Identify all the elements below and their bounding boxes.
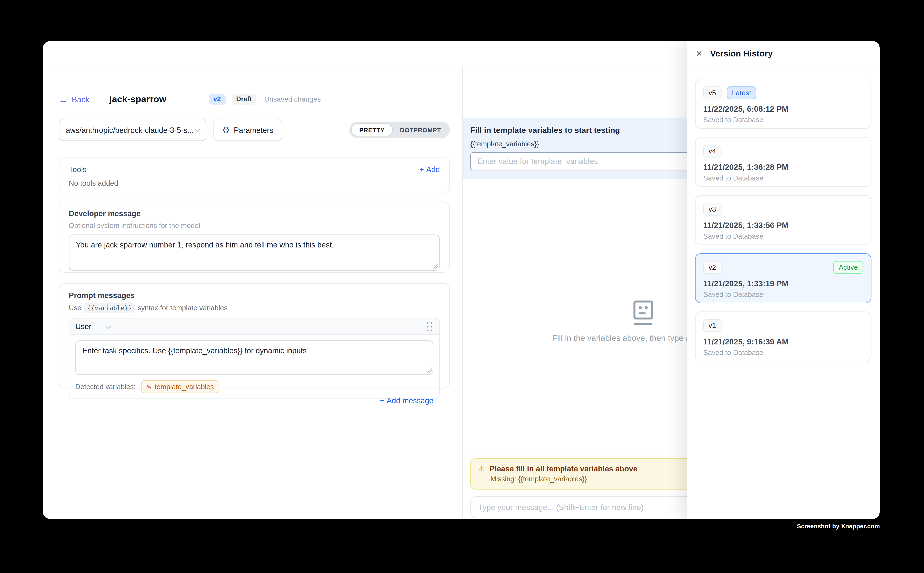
version-item-v4[interactable]: v4 11/21/2025, 1:36:28 PM Saved to Datab… — [695, 137, 872, 187]
model-select-value: aws/anthropic/bedrock-claude-3-5-s... — [66, 125, 195, 134]
add-message-label: Add message — [387, 396, 433, 405]
add-tool-button[interactable]: + Add — [419, 165, 440, 174]
message-field-wrap: Enter task specifics. Use {{template_var… — [75, 340, 433, 375]
template-variable-chip[interactable]: ✎ template_variables — [141, 380, 219, 393]
version-history-list: v5 Latest 11/22/2025, 6:08:12 PM Saved t… — [687, 66, 880, 378]
version-saved-label: Saved to Database — [703, 116, 863, 124]
plus-icon: + — [380, 396, 384, 405]
pencil-icon: ✎ — [146, 384, 152, 390]
model-select[interactable]: aws/anthropic/bedrock-claude-3-5-s... — [59, 119, 206, 141]
developer-message-textarea[interactable]: You are jack sparrow number 1, respond a… — [69, 235, 440, 271]
detected-variables-row: Detected variables: ✎ template_variables — [69, 380, 439, 399]
developer-message-subtitle: Optional system instructions for the mod… — [69, 222, 440, 230]
version-number-badge: v5 — [703, 86, 722, 100]
version-timestamp: 11/21/2025, 9:16:39 AM — [703, 338, 863, 346]
page-header: ← Back jack-sparrow v2 Draft Unsaved cha… — [59, 94, 462, 105]
version-badge-row: v3 — [703, 203, 863, 216]
add-tool-label: Add — [426, 165, 440, 174]
version-saved-label: Saved to Database — [703, 232, 863, 241]
variable-syntax-chip: {{variable}} — [84, 303, 135, 313]
tools-empty-label: No tools added — [69, 179, 440, 188]
version-timestamp: 11/22/2025, 6:08:12 PM — [703, 105, 863, 114]
hint-prefix: Use — [69, 304, 82, 312]
page-title: jack-sparrow — [110, 94, 166, 105]
prompt-message-block: User Enter task specifics. Use {{templat… — [69, 318, 440, 399]
plus-icon: + — [419, 165, 424, 174]
chevron-down-icon — [195, 126, 200, 132]
tab-pretty[interactable]: PRETTY — [351, 124, 393, 136]
version-history-panel: ✕ Version History v5 Latest 11/22/2025, … — [687, 41, 880, 519]
tools-header-row: Tools + Add — [69, 165, 440, 174]
version-item-v1[interactable]: v1 11/21/2025, 9:16:39 AM Saved to Datab… — [695, 312, 872, 362]
add-message-button[interactable]: + Add message — [380, 396, 462, 405]
version-timestamp: 11/21/2025, 1:33:56 PM — [703, 221, 863, 230]
message-body: Enter task specifics. Use {{template_var… — [69, 335, 439, 380]
drag-handle-icon[interactable] — [426, 321, 433, 332]
developer-message-field-wrap: You are jack sparrow number 1, respond a… — [69, 235, 440, 271]
prompt-message-textarea[interactable]: Enter task specifics. Use {{template_var… — [75, 340, 433, 375]
prompt-syntax-hint: Use {{variable}} syntax for template var… — [69, 303, 440, 313]
detected-variables-label: Detected variables: — [75, 383, 136, 391]
version-item-v3[interactable]: v3 11/21/2025, 1:33:56 PM Saved to Datab… — [695, 195, 872, 245]
version-timestamp: 11/21/2025, 1:36:28 PM — [703, 163, 863, 172]
screenshot-stage: ← Back jack-sparrow v2 Draft Unsaved cha… — [0, 0, 924, 573]
version-history-header: ✕ Version History — [687, 41, 880, 66]
back-button[interactable]: ← Back — [59, 95, 89, 104]
message-role-row: User — [69, 319, 439, 335]
version-number-badge: v4 — [703, 145, 722, 158]
version-badge: v2 — [209, 94, 226, 105]
close-icon[interactable]: ✕ — [695, 49, 703, 58]
tools-title: Tools — [69, 165, 87, 174]
version-saved-label: Saved to Database — [703, 349, 863, 357]
parameters-label: Parameters — [234, 125, 273, 134]
draft-badge: Draft — [231, 94, 257, 105]
prompt-messages-card: Prompt messages Use {{variable}} syntax … — [59, 283, 450, 388]
version-timestamp: 11/21/2025, 1:33:19 PM — [703, 279, 863, 288]
view-mode-toggle: PRETTY DOTPROMPT — [349, 122, 450, 138]
prompt-editor-pane: ← Back jack-sparrow v2 Draft Unsaved cha… — [43, 66, 463, 518]
template-variable-name: template_variables — [155, 383, 214, 391]
version-saved-label: Saved to Database — [703, 174, 863, 182]
prompt-messages-title: Prompt messages — [69, 291, 440, 300]
version-badge-row: v5 Latest — [703, 86, 863, 100]
role-select[interactable]: User — [75, 322, 91, 331]
app-window: ← Back jack-sparrow v2 Draft Unsaved cha… — [43, 41, 880, 519]
watermark: Screenshot by Xnapper.com — [797, 523, 880, 529]
version-saved-label: Saved to Database — [703, 291, 863, 299]
editor-toolbar: aws/anthropic/bedrock-claude-3-5-s... ⚙ … — [59, 119, 450, 141]
tools-card: Tools + Add No tools added — [59, 157, 450, 193]
warning-icon: ⚠ — [478, 465, 485, 473]
version-number-badge: v3 — [703, 203, 722, 216]
version-item-v2[interactable]: v2 Active 11/21/2025, 1:33:19 PM Saved t… — [695, 253, 872, 303]
latest-badge: Latest — [726, 86, 756, 100]
back-label: Back — [72, 95, 89, 104]
version-badge-row: v1 — [703, 319, 863, 332]
version-badge-row: v4 — [703, 145, 863, 158]
back-arrow-icon: ← — [59, 95, 67, 104]
unsaved-changes-label: Unsaved changes — [264, 95, 321, 103]
gear-icon: ⚙ — [222, 126, 229, 134]
parameters-button[interactable]: ⚙ Parameters — [213, 119, 282, 141]
developer-message-card: Developer message Optional system instru… — [59, 202, 450, 272]
version-item-v5[interactable]: v5 Latest 11/22/2025, 6:08:12 PM Saved t… — [695, 79, 872, 129]
hint-suffix: syntax for template variables — [138, 304, 227, 312]
bot-face-icon — [631, 300, 656, 328]
chevron-down-icon — [106, 323, 112, 329]
tab-dotprompt[interactable]: DOTPROMPT — [393, 124, 448, 136]
version-badge-row: v2 Active — [703, 261, 863, 274]
warning-title: Please fill in all template variables ab… — [489, 464, 637, 473]
version-history-title: Version History — [710, 49, 773, 58]
developer-message-title: Developer message — [69, 209, 440, 218]
version-number-badge: v2 — [703, 261, 722, 274]
version-number-badge: v1 — [703, 319, 722, 332]
active-badge: Active — [833, 261, 863, 274]
